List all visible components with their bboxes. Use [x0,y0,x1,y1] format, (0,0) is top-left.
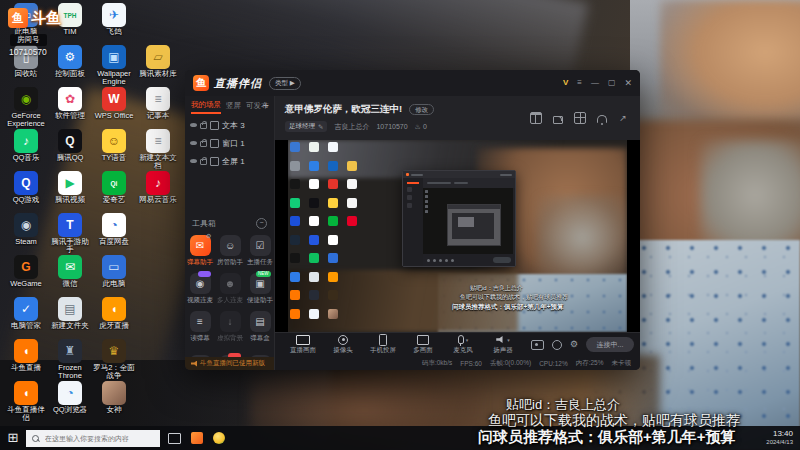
desktop-icon[interactable] [136,297,180,339]
scene-tab[interactable]: 竖屏 [226,101,241,113]
source-layer-row[interactable]: 全屏 1 [185,152,274,170]
dropdown-arrow-icon[interactable]: ▾ [466,337,469,343]
settings-gear-icon[interactable]: ⚙ [570,340,578,349]
desktop-icon[interactable]: ♛ 罗马2：全面战争 [92,339,136,381]
toolbox-tool[interactable]: ☻ 多人连麦 [215,273,245,311]
desktop-icon[interactable]: ♪ QQ音乐 [4,129,48,171]
lock-icon[interactable] [200,141,207,147]
app-type-pill[interactable]: 类型 ▶ [269,77,301,90]
status-circle-icon[interactable] [552,340,562,350]
start-button[interactable]: ⊞ [0,426,26,450]
maximize-button[interactable]: ▢ [608,79,616,87]
dropdown-arrow-icon[interactable]: ▾ [507,337,510,343]
toolbox-tool[interactable]: ◉ 视频连麦 [185,273,215,311]
lock-icon[interactable] [200,159,207,165]
desktop-icon[interactable]: ◖ 虎牙直播 [92,297,136,339]
start-stream-button[interactable]: 连接中... [586,337,634,352]
search-input[interactable] [43,434,154,443]
desktop-icon[interactable]: ◖ 斗鱼直播伴侣 [4,381,48,423]
bell-icon[interactable] [597,115,607,123]
toolbox-tool[interactable]: ≡ 读弹幕 [185,311,215,349]
toolbar-source-button[interactable]: 手机投屏 [363,335,403,355]
nested-nested-window [447,204,501,246]
desktop-icon[interactable]: ✉ 微信 [48,255,92,297]
desktop-icon[interactable]: ♪ 网易云音乐 [136,171,180,213]
record-icon[interactable] [531,340,544,350]
taskbar-app-icon[interactable] [213,432,225,444]
notice-bar[interactable]: 斗鱼直播间已使用新版 [185,357,274,370]
stream-preview[interactable]: 贴吧id：吉良上总介 鱼吧可以下载我的战术，贴吧有球员推荐 问球员推荐格式：俱乐… [275,140,640,332]
desktop-icon[interactable]: ◖ 斗鱼直播 [4,339,48,381]
collapse-toolbox-button[interactable]: − [256,218,267,229]
desktop-icon[interactable]: Q QQ游戏 [4,171,48,213]
desktop-icon[interactable]: ≡ 新建文本文档 [136,129,180,171]
toolbar-source-button[interactable]: ▾ 麦克风 [443,335,483,355]
desktop-icon[interactable]: Qi 爱奇艺 [92,171,136,213]
toolbox-tool[interactable]: ☑ 主播任务 [245,235,275,273]
desktop-icon[interactable]: 女神 [92,381,136,423]
visibility-eye-icon[interactable] [190,159,197,163]
close-button[interactable]: ✕ [624,79,632,88]
toolbar-source-button[interactable]: 多画面 [403,335,443,355]
desktop-icon[interactable]: ◔ QQ浏览器 [48,381,92,423]
task-view-button[interactable] [168,433,181,444]
toolbar-source-button[interactable]: 直播画面 [283,335,323,355]
edit-icon[interactable]: ✎ [318,123,323,131]
desktop-icon[interactable] [136,381,180,423]
minimize-button[interactable]: — [591,79,599,87]
toolbar-source-button[interactable]: 摄像头 [323,335,363,355]
desktop-icon[interactable]: ▶ 腾讯视频 [48,171,92,213]
desktop-icon[interactable]: ▤ 新建文件夹 [48,297,92,339]
desktop-icon[interactable]: ✓ 电脑管家 [4,297,48,339]
window-titlebar[interactable]: 鱼 直播伴侣 类型 ▶ V ≡ — ▢ ✕ [185,70,640,96]
edit-title-badge[interactable]: 修改 [409,104,434,115]
scene-tab[interactable]: 我的场景 [191,100,221,114]
mini-desktop-icon [328,253,338,263]
layout-grid-icon[interactable] [574,112,586,124]
visibility-eye-icon[interactable] [190,141,197,145]
room-id: 10710570 [376,123,407,130]
desktop-icon[interactable]: ◉ GeForce Experience [4,87,48,129]
toolbar-source-button[interactable]: ▾ 扬声器 [483,335,523,355]
toolbox-tool[interactable]: ✉ ⚙ 弹幕助手 [185,235,215,273]
gift-box-icon[interactable] [530,112,542,124]
source-layer-row[interactable]: 窗口 1 [185,134,274,152]
desktop-icon[interactable]: ✿ 软件管理 [48,87,92,129]
desktop-icon[interactable] [136,3,180,45]
desktop-icon[interactable]: ▱ 腾讯素材库 [136,45,180,87]
toolbox-tool[interactable]: ↓ 虚拟背景 [215,311,245,349]
desktop-icon[interactable]: Q 腾讯QQ [48,129,92,171]
toolbox-tool[interactable]: ☺ 房管助手 [215,235,245,273]
desktop-icon[interactable] [136,255,180,297]
desktop-icon-label: 电脑管家 [4,322,48,330]
mini-desktop-icon [328,198,338,208]
desktop-icon-label: 腾讯手游助手 [48,238,92,254]
desktop-icon[interactable]: ▭ 此电脑 [92,255,136,297]
category-pill[interactable]: 足球经理 ✎ [285,121,327,132]
desktop-icon[interactable] [136,339,180,381]
unlock-icon[interactable] [553,116,563,124]
desktop-icon[interactable]: ☺ TY语音 [92,129,136,171]
toolbox-tool[interactable]: ▣ NEW 便捷助手 [245,273,275,311]
lock-icon[interactable] [200,123,207,129]
desktop-icon[interactable] [136,213,180,255]
desktop-icon[interactable]: G WeGame [4,255,48,297]
menu-icon[interactable]: ≡ [577,79,582,87]
add-scene-button[interactable]: + [263,100,269,111]
share-icon[interactable]: ↗ [618,113,628,123]
toolbar-icon [458,335,464,344]
visibility-eye-icon[interactable] [190,123,197,127]
desktop-icon[interactable]: ◔ 百度网盘 [92,213,136,255]
taskbar-clock[interactable]: 13:40 2024/4/13 [766,429,800,447]
desktop-icon[interactable]: ≡ 记事本 [136,87,180,129]
taskbar-app-icon[interactable] [191,432,203,444]
tool-gear-icon[interactable]: ⚙ [206,232,211,239]
desktop-icon[interactable]: W WPS Office [92,87,136,129]
taskbar-search[interactable] [26,430,160,447]
desktop-icon[interactable]: ◉ Steam [4,213,48,255]
toolbox-tool[interactable]: ▤ 弹幕盒 [245,311,275,349]
source-layer-row[interactable]: 文本 3 [185,116,274,134]
desktop-icon[interactable]: ♜ Frozen Throne [48,339,92,381]
vip-icon[interactable]: V [563,79,568,87]
desktop-icon[interactable]: T 腾讯手游助手 [48,213,92,255]
